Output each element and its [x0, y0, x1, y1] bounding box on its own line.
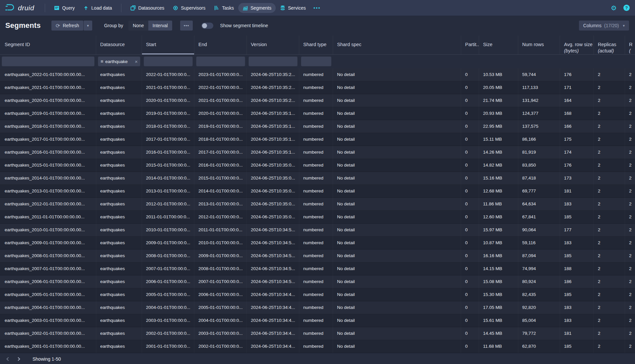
- cell-segment-id[interactable]: earthquakes_2003-01-01T00:00:00.00...: [0, 314, 96, 327]
- table-row[interactable]: earthquakes_2009-01-01T00:00:00.00... ea…: [0, 237, 635, 250]
- cell-segment-id[interactable]: earthquakes_2020-01-01T00:00:00.00...: [0, 94, 96, 107]
- columns-picker-button[interactable]: Columns (17/20) ▾: [579, 21, 629, 31]
- table-row[interactable]: earthquakes_2018-01-01T00:00:00.00... ea…: [0, 120, 635, 133]
- table-row[interactable]: earthquakes_2020-01-01T00:00:00.00... ea…: [0, 94, 635, 107]
- cell-version: 2024-06-25T10:35:1...: [247, 133, 299, 146]
- table-row[interactable]: earthquakes_2008-01-01T00:00:00.00... ea…: [0, 250, 635, 262]
- column-header-avg-row-size[interactable]: Avg. row size(bytes): [560, 36, 594, 54]
- nav-item-segments[interactable]: Segments: [238, 3, 276, 13]
- cell-segment-id[interactable]: earthquakes_2015-01-01T00:00:00.00...: [0, 159, 96, 172]
- start-filter-input[interactable]: [144, 56, 193, 66]
- cell-size: 12.60 MB: [479, 211, 518, 224]
- cell-segment-id[interactable]: earthquakes_2010-01-01T00:00:00.00...: [0, 224, 96, 237]
- cell-version: 2024-06-25T10:34:5...: [247, 224, 299, 237]
- nav-item-services[interactable]: Services: [276, 3, 310, 13]
- table-row[interactable]: earthquakes_2002-01-01T00:00:00.00... ea…: [0, 327, 635, 340]
- cell-end: 2008-01-01T00:00:0...: [194, 262, 247, 275]
- cell-segment-id[interactable]: earthquakes_2002-01-01T00:00:00.00...: [0, 327, 96, 340]
- table-row[interactable]: earthquakes_2004-01-01T00:00:00.00... ea…: [0, 301, 635, 314]
- next-page-button[interactable]: [13, 355, 23, 363]
- table-row[interactable]: earthquakes_2003-01-01T00:00:00.00... ea…: [0, 314, 635, 327]
- cell-segment-id[interactable]: earthquakes_2018-01-01T00:00:00.00...: [0, 120, 96, 133]
- column-header-partition[interactable]: Partit...: [461, 36, 479, 54]
- remove-filter-icon[interactable]: ×: [135, 59, 138, 64]
- column-header-segment-id[interactable]: Segment ID: [0, 36, 96, 54]
- cell-segment-id[interactable]: earthquakes_2021-01-01T00:00:00.00...: [0, 81, 96, 94]
- help-icon[interactable]: ?: [623, 5, 630, 11]
- cell-segment-id[interactable]: earthquakes_2016-01-01T00:00:00.00...: [0, 146, 96, 159]
- cell-replication: 2: [625, 81, 635, 94]
- prev-page-button[interactable]: [3, 355, 13, 363]
- cell-segment-id[interactable]: earthquakes_2001-01-01T00:00:00.00...: [0, 340, 96, 353]
- cell-shard-type: numbered: [299, 146, 333, 159]
- cell-segment-id[interactable]: earthquakes_2008-01-01T00:00:00.00...: [0, 250, 96, 262]
- refresh-button[interactable]: ⟳ Refresh: [51, 21, 83, 31]
- cell-num-rows: 87,418: [518, 172, 560, 185]
- cell-replication: 2: [625, 288, 635, 301]
- nav-more-button[interactable]: •••: [310, 3, 324, 13]
- druid-logo[interactable]: druid: [5, 3, 34, 12]
- table-row[interactable]: earthquakes_2017-01-01T00:00:00.00... ea…: [0, 133, 635, 146]
- column-header-shard-type[interactable]: Shard type: [299, 36, 333, 54]
- nav-item-load-data[interactable]: Load data: [79, 3, 116, 13]
- table-row[interactable]: earthquakes_2021-01-01T00:00:00.00... ea…: [0, 81, 635, 94]
- column-header-end[interactable]: End: [194, 36, 247, 54]
- table-row[interactable]: earthquakes_2005-01-01T00:00:00.00... ea…: [0, 288, 635, 301]
- column-header-replication-clipped[interactable]: R(: [625, 36, 635, 54]
- column-header-replicas[interactable]: Replicas(actual): [594, 36, 625, 54]
- table-row[interactable]: earthquakes_2006-01-01T00:00:00.00... ea…: [0, 275, 635, 288]
- table-row[interactable]: earthquakes_2014-01-01T00:00:00.00... ea…: [0, 172, 635, 185]
- table-row[interactable]: earthquakes_2015-01-01T00:00:00.00... ea…: [0, 159, 635, 172]
- group-by-none-button[interactable]: None: [128, 21, 148, 31]
- cell-segment-id[interactable]: earthquakes_2007-01-01T00:00:00.00...: [0, 262, 96, 275]
- chevron-right-icon: [16, 357, 20, 361]
- cell-segment-id[interactable]: earthquakes_2005-01-01T00:00:00.00...: [0, 288, 96, 301]
- cell-replication: 2: [625, 262, 635, 275]
- table-row[interactable]: earthquakes_2013-01-01T00:00:00.00... ea…: [0, 185, 635, 198]
- cell-partition: 0: [461, 94, 479, 107]
- cell-segment-id[interactable]: earthquakes_2019-01-01T00:00:00.00...: [0, 107, 96, 120]
- table-row[interactable]: earthquakes_2022-01-01T00:00:00.00... ea…: [0, 68, 635, 81]
- segment-timeline-toggle[interactable]: [201, 23, 213, 29]
- segment-id-filter-input[interactable]: [2, 56, 95, 66]
- column-header-version[interactable]: Version: [247, 36, 299, 54]
- cell-shard-type: numbered: [299, 301, 333, 314]
- cell-segment-id[interactable]: earthquakes_2009-01-01T00:00:00.00...: [0, 237, 96, 250]
- table-row[interactable]: earthquakes_2001-01-01T00:00:00.00... ea…: [0, 340, 635, 353]
- cell-segment-id[interactable]: earthquakes_2022-01-01T00:00:00.00...: [0, 68, 96, 81]
- table-row[interactable]: earthquakes_2012-01-01T00:00:00.00... ea…: [0, 198, 635, 211]
- nav-item-query[interactable]: Query: [50, 3, 79, 13]
- cell-segment-id[interactable]: earthquakes_2006-01-01T00:00:00.00...: [0, 275, 96, 288]
- nav-item-datasources[interactable]: Datasources: [126, 3, 169, 13]
- table-row[interactable]: earthquakes_2016-01-01T00:00:00.00... ea…: [0, 146, 635, 159]
- more-actions-button[interactable]: •••: [180, 21, 193, 31]
- cell-shard-spec: No detail: [333, 198, 461, 211]
- column-header-size[interactable]: Size: [479, 36, 518, 54]
- cell-segment-id[interactable]: earthquakes_2004-01-01T00:00:00.00...: [0, 301, 96, 314]
- version-filter-input[interactable]: [248, 56, 298, 66]
- refresh-interval-caret-button[interactable]: ▾: [84, 21, 92, 31]
- settings-gear-icon[interactable]: ⚙: [611, 5, 617, 11]
- end-filter-input[interactable]: [196, 56, 245, 66]
- column-header-datasource[interactable]: Datasource: [96, 36, 142, 54]
- column-header-start[interactable]: Start: [142, 36, 194, 54]
- cell-segment-id[interactable]: earthquakes_2012-01-01T00:00:00.00...: [0, 198, 96, 211]
- cell-segment-id[interactable]: earthquakes_2011-01-01T00:00:00.00...: [0, 211, 96, 224]
- column-header-num-rows[interactable]: Num rows: [518, 36, 560, 54]
- datasource-filter-input[interactable]: ≡ earthquake ×: [98, 56, 140, 66]
- datasource-filter-tag[interactable]: ≡ earthquake ×: [101, 59, 138, 64]
- cell-shard-type: numbered: [299, 275, 333, 288]
- cell-segment-id[interactable]: earthquakes_2014-01-01T00:00:00.00...: [0, 172, 96, 185]
- shard-type-filter-input[interactable]: [301, 56, 331, 66]
- table-row[interactable]: earthquakes_2019-01-01T00:00:00.00... ea…: [0, 107, 635, 120]
- table-row[interactable]: earthquakes_2011-01-01T00:00:00.00... ea…: [0, 211, 635, 224]
- cell-replication: 2: [625, 237, 635, 250]
- nav-item-supervisors[interactable]: Supervisors: [169, 3, 210, 13]
- table-row[interactable]: earthquakes_2010-01-01T00:00:00.00... ea…: [0, 224, 635, 237]
- cell-segment-id[interactable]: earthquakes_2017-01-01T00:00:00.00...: [0, 133, 96, 146]
- cell-segment-id[interactable]: earthquakes_2013-01-01T00:00:00.00...: [0, 185, 96, 198]
- column-header-shard-spec[interactable]: Shard spec: [333, 36, 461, 54]
- nav-item-tasks[interactable]: Tasks: [210, 3, 238, 13]
- table-row[interactable]: earthquakes_2007-01-01T00:00:00.00... ea…: [0, 262, 635, 275]
- group-by-interval-button[interactable]: Interval: [148, 21, 172, 31]
